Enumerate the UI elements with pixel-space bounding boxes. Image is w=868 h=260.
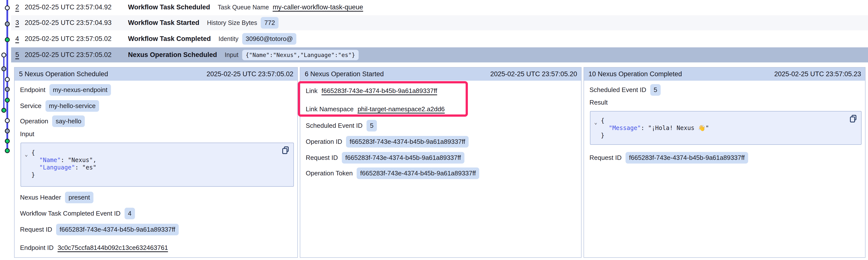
event-status-dot bbox=[5, 87, 9, 91]
field-label: Request ID bbox=[306, 154, 338, 161]
json-brace: { bbox=[31, 149, 35, 156]
event-status-dot bbox=[5, 98, 9, 102]
scheduled-event-id-badge: 5 bbox=[650, 84, 661, 96]
event-row-5-selected[interactable]: 5 2025-02-25 UTC 23:57:05.02 Nexus Opera… bbox=[11, 47, 868, 63]
field-label: Workflow Task Completed Event ID bbox=[20, 210, 121, 217]
panel-header: 6 Nexus Operation Started 2025-02-25 UTC… bbox=[300, 68, 581, 81]
field-link-namespace: Link Namespace phil-target-namespace2.a2… bbox=[306, 103, 576, 115]
event-id-link[interactable]: 4 bbox=[15, 35, 25, 43]
result-json-viewer[interactable]: ⌄ { "Message": "¡Hola! Nexus 👋" } bbox=[590, 111, 862, 145]
panel-timestamp: 2025-02-25 UTC 23:57:05.20 bbox=[490, 70, 577, 78]
event-name: Workflow Task Scheduled bbox=[128, 3, 210, 11]
panel-title: 5 Nexus Operation Scheduled bbox=[19, 70, 108, 78]
field-operation-id: Operation ID f665283f-743e-4374-b45b-9a6… bbox=[306, 136, 576, 147]
event-timeline bbox=[0, 0, 12, 260]
event-row-3[interactable]: 3 2025-02-25 UTC 23:57:04.93 Workflow Ta… bbox=[11, 15, 868, 30]
event-timestamp: 2025-02-25 UTC 23:57:04.92 bbox=[25, 3, 119, 11]
field-endpoint: Endpoint my-nexus-endpoint bbox=[20, 84, 292, 96]
event-row-2[interactable]: 2 2025-02-25 UTC 23:57:04.92 Workflow Ta… bbox=[11, 0, 868, 14]
json-key: "Message" bbox=[609, 124, 641, 132]
input-json-viewer[interactable]: ⌄ { "Name": "Nexus", "Language": "es" } bbox=[21, 143, 294, 187]
copy-icon[interactable] bbox=[849, 114, 857, 124]
panel-nexus-operation-scheduled: 5 Nexus Operation Scheduled 2025-02-25 U… bbox=[14, 67, 298, 258]
nexus-header-badge: present bbox=[65, 192, 93, 203]
identity-badge: 30960@totoro@ bbox=[242, 33, 297, 45]
event-name: Nexus Operation Scheduled bbox=[128, 51, 217, 59]
event-row-4[interactable]: 4 2025-02-25 UTC 23:57:05.02 Workflow Ta… bbox=[11, 31, 868, 46]
request-id-badge: f665283f-743e-4374-b45b-9a61a89337ff bbox=[625, 152, 748, 163]
operation-id-badge: f665283f-743e-4374-b45b-9a61a89337ff bbox=[346, 136, 469, 148]
result-section-label: Result bbox=[589, 99, 608, 106]
event-status-dot bbox=[5, 139, 9, 143]
field-service: Service my-hello-service bbox=[20, 100, 292, 111]
workflow-history-screen: { "colors": { "accent_pink": "#fb2468", … bbox=[0, 0, 868, 260]
operation-badge: say-hello bbox=[52, 115, 85, 127]
panel-header: 10 Nexus Operation Completed 2025-02-25 … bbox=[584, 68, 865, 81]
history-size-badge: 772 bbox=[261, 17, 278, 29]
field-scheduled-event-id: Scheduled Event ID 5 bbox=[306, 120, 576, 131]
json-key: "Language" bbox=[39, 164, 75, 171]
wtc-event-id-badge: 4 bbox=[125, 208, 135, 219]
event-timestamp: 2025-02-25 UTC 23:57:05.02 bbox=[25, 35, 119, 43]
field-request-id: Request ID f665283f-743e-4374-b45b-9a61a… bbox=[589, 152, 860, 163]
task-queue-link[interactable]: my-caller-workflow-task-queue bbox=[273, 3, 363, 11]
field-label: Link Namespace bbox=[306, 105, 354, 113]
event-status-dot bbox=[5, 6, 9, 10]
input-section-label: Input bbox=[20, 130, 34, 138]
field-label: Scheduled Event ID bbox=[306, 122, 363, 129]
field-label: Scheduled Event ID bbox=[589, 86, 646, 94]
panel-nexus-operation-started: 6 Nexus Operation Started 2025-02-25 UTC… bbox=[300, 67, 582, 258]
field-link: Link f665283f-743e-4374-b45b-9a61a89337f… bbox=[306, 85, 576, 97]
field-label: Service bbox=[20, 102, 41, 110]
event-status-dot bbox=[5, 22, 9, 26]
request-id-badge: f665283f-743e-4374-b45b-9a61a89337ff bbox=[342, 152, 464, 163]
panel-timestamp: 2025-02-25 UTC 23:57:05.02 bbox=[207, 70, 293, 78]
panel-header: 5 Nexus Operation Scheduled 2025-02-25 U… bbox=[14, 68, 297, 81]
field-operation-token: Operation Token f665283f-743e-4374-b45b-… bbox=[306, 168, 576, 179]
field-request-id: Request ID f665283f-743e-4374-b45b-9a61a… bbox=[20, 224, 292, 235]
json-brace: } bbox=[601, 132, 604, 139]
request-id-badge: f665283f-743e-4374-b45b-9a61a89337ff bbox=[56, 224, 179, 235]
endpoint-badge: my-nexus-endpoint bbox=[50, 84, 111, 96]
field-request-id: Request ID f665283f-743e-4374-b45b-9a61a… bbox=[306, 152, 576, 163]
field-nexus-header: Nexus Header present bbox=[20, 192, 292, 203]
field-label: Link bbox=[306, 87, 318, 95]
event-status-dot bbox=[5, 129, 9, 133]
panel-title: 10 Nexus Operation Completed bbox=[588, 70, 682, 78]
panel-timestamp: 2025-02-25 UTC 23:57:05.23 bbox=[774, 70, 861, 78]
panel-nexus-operation-completed: 10 Nexus Operation Completed 2025-02-25 … bbox=[584, 67, 866, 258]
panel-title: 6 Nexus Operation Started bbox=[305, 70, 384, 78]
field-label: Nexus Header bbox=[20, 194, 61, 201]
endpoint-id-link[interactable]: 3c0c75ccfa8144b092c13ce632463761 bbox=[58, 244, 168, 252]
event-status-dot bbox=[2, 53, 6, 57]
copy-icon[interactable] bbox=[281, 146, 289, 156]
field-endpoint-id: Endpoint ID 3c0c75ccfa8144b092c13ce63246… bbox=[20, 242, 292, 253]
field-label: Request ID bbox=[20, 226, 52, 233]
collapse-chevron-icon[interactable]: ⌄ bbox=[594, 119, 597, 125]
event-status-dot bbox=[5, 149, 9, 153]
json-key: "Name" bbox=[39, 157, 61, 163]
collapse-chevron-icon[interactable]: ⌄ bbox=[25, 151, 28, 157]
json-value: : "Nexus", bbox=[61, 157, 97, 163]
field-label: Endpoint ID bbox=[20, 244, 54, 252]
event-name: Workflow Task Started bbox=[128, 19, 199, 27]
event-id-link[interactable]: 5 bbox=[15, 51, 25, 59]
event-detail-label: Task Queue Name bbox=[218, 4, 269, 11]
event-timestamp: 2025-02-25 UTC 23:57:05.02 bbox=[25, 51, 119, 59]
event-status-dot bbox=[5, 38, 9, 42]
field-label: Operation ID bbox=[306, 138, 342, 146]
event-detail-label: Identity bbox=[218, 35, 239, 42]
json-value: : "¡Hola! Nexus 👋" bbox=[641, 124, 709, 132]
link-namespace-link[interactable]: phil-target-namespace2.a2dd6 bbox=[358, 105, 445, 113]
event-timestamp: 2025-02-25 UTC 23:57:04.93 bbox=[25, 19, 119, 27]
event-status-dot bbox=[2, 67, 6, 71]
field-label: Operation bbox=[20, 117, 48, 125]
link-link[interactable]: f665283f-743e-4374-b45b-9a61a89337ff bbox=[321, 87, 437, 95]
event-id-link[interactable]: 2 bbox=[15, 3, 25, 11]
field-wtc-event-id: Workflow Task Completed Event ID 4 bbox=[20, 208, 292, 219]
event-status-dot bbox=[2, 108, 6, 112]
event-id-link[interactable]: 3 bbox=[15, 19, 25, 27]
field-label: Endpoint bbox=[20, 86, 45, 94]
field-operation: Operation say-hello bbox=[20, 115, 292, 127]
json-brace: } bbox=[31, 172, 35, 178]
